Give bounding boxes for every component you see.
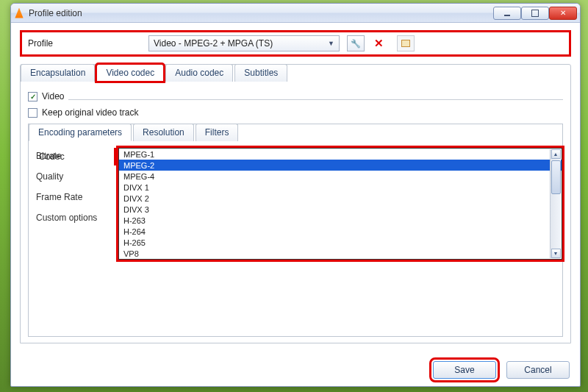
profile-selected: Video - MPEG-2 + MPGA (TS) — [154, 38, 273, 49]
quality-label: Quality — [36, 171, 97, 182]
window-title: Profile edition — [29, 8, 82, 18]
minimize-button[interactable] — [493, 7, 521, 20]
scroll-up-button[interactable]: ▲ — [551, 149, 561, 159]
profile-label: Profile — [26, 38, 53, 49]
profile-combobox[interactable]: Video - MPEG-2 + MPGA (TS) ▼ — [148, 35, 340, 51]
cancel-button[interactable]: Cancel — [506, 361, 570, 379]
frame-rate-label: Frame Rate — [36, 192, 97, 202]
maximize-button[interactable] — [521, 7, 549, 20]
dropdown-scrollbar[interactable]: ▲ ▼ — [550, 149, 561, 258]
delete-profile-button[interactable]: ✕ — [372, 37, 385, 50]
custom-options-label: Custom options — [36, 213, 97, 223]
scroll-down-button[interactable]: ▼ — [551, 249, 561, 258]
keep-original-label: Keep original video track — [42, 107, 138, 118]
codec-option[interactable]: MPEG-4 — [119, 171, 562, 182]
keep-original-checkbox[interactable] — [28, 108, 37, 118]
profile-row: Profile Video - MPEG-2 + MPGA (TS) ▼ 🔧 ✕ — [20, 30, 571, 57]
codec-option[interactable]: VP8 — [119, 248, 562, 259]
new-profile-icon — [401, 40, 410, 47]
codec-option[interactable]: DIVX 1 — [119, 182, 562, 193]
encoding-subtabs: Encoding parameters Resolution Filters C… — [28, 124, 563, 337]
chevron-down-icon: ▼ — [328, 40, 334, 47]
profile-edition-window: Profile edition Profile Video - MPEG-2 +… — [10, 3, 581, 387]
edit-profile-button[interactable]: 🔧 — [347, 35, 365, 51]
codec-option[interactable]: DIVX 2 — [119, 193, 562, 204]
tab-encapsulation[interactable]: Encapsulation — [21, 64, 95, 82]
codec-option[interactable]: DIVX 3 — [119, 204, 562, 215]
codec-option[interactable]: H-265 — [119, 237, 562, 248]
subtab-filters[interactable]: Filters — [196, 124, 239, 141]
vlc-icon — [14, 8, 24, 18]
wrench-icon: 🔧 — [351, 39, 361, 49]
subtab-resolution[interactable]: Resolution — [133, 124, 194, 141]
tab-subtitles[interactable]: Subtitles — [234, 64, 287, 82]
titlebar: Profile edition — [11, 4, 580, 23]
save-button[interactable]: Save — [433, 361, 496, 379]
close-button[interactable] — [549, 7, 577, 20]
scroll-thumb[interactable] — [551, 160, 561, 194]
codec-option[interactable]: H-263 — [119, 215, 562, 226]
video-codec-panel: Video Keep original video track Encoding… — [21, 82, 570, 343]
bitrate-label: Bitrate — [36, 151, 97, 161]
codec-option[interactable]: MPEG-1 — [119, 149, 562, 160]
codec-tabs-container: Encapsulation Video codec Audio codec Su… — [20, 64, 571, 343]
codec-dropdown-list[interactable]: MPEG-1MPEG-2MPEG-4DIVX 1DIVX 2DIVX 3H-26… — [118, 148, 562, 260]
tab-audio-codec[interactable]: Audio codec — [165, 64, 233, 82]
new-profile-button[interactable] — [397, 35, 415, 51]
video-checkbox-label: Video — [42, 91, 64, 101]
video-checkbox[interactable] — [28, 92, 37, 101]
subtab-encoding[interactable]: Encoding parameters — [29, 124, 132, 141]
codec-option[interactable]: MPEG-2 — [119, 160, 562, 171]
tab-video-codec[interactable]: Video codec — [96, 64, 164, 82]
codec-option[interactable]: H-264 — [119, 226, 562, 237]
field-labels: Bitrate Quality Frame Rate Custom option… — [36, 151, 97, 223]
